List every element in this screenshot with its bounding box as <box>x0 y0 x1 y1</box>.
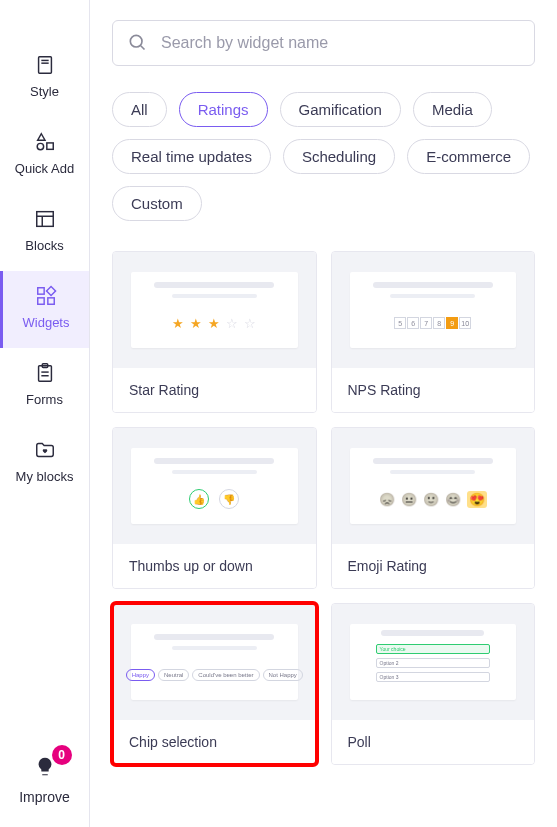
sidebar-item-label: My blocks <box>16 469 74 484</box>
emoji-icon: 😍 <box>467 491 487 508</box>
star-icon: ★ <box>190 316 202 331</box>
widget-preview: Your choice Option 2 Option 3 <box>332 604 535 720</box>
sidebar-item-label: Widgets <box>23 315 70 330</box>
widgets-icon <box>35 285 57 307</box>
sidebar-item-label: Forms <box>26 392 63 407</box>
layout-icon <box>34 208 56 230</box>
svg-line-18 <box>141 45 145 49</box>
improve-button[interactable]: 0 Improve <box>0 755 89 827</box>
preview-poll-option: Option 2 <box>376 658 490 668</box>
preview-chip: Happy <box>126 669 155 681</box>
shapes-icon <box>34 131 56 153</box>
widget-label: Poll <box>332 720 535 764</box>
widget-preview: ★ ★ ★ ☆ ☆ <box>113 252 316 368</box>
search-field[interactable] <box>112 20 535 66</box>
widget-card-emoji-rating[interactable]: 😞 😐 🙂 😊 😍 Emoji Rating <box>331 427 536 589</box>
preview-poll-option: Option 3 <box>376 672 490 682</box>
filter-custom[interactable]: Custom <box>112 186 202 221</box>
sidebar: Style Quick Add Blocks Widgets Forms <box>0 0 90 827</box>
sidebar-item-my-blocks[interactable]: My blocks <box>0 425 89 502</box>
svg-point-17 <box>130 35 142 47</box>
folder-heart-icon <box>34 439 56 461</box>
star-icon: ★ <box>172 316 184 331</box>
widget-card-poll[interactable]: Your choice Option 2 Option 3 Poll <box>331 603 536 765</box>
widget-grid: ★ ★ ★ ☆ ☆ Star Rating <box>112 251 535 765</box>
svg-rect-12 <box>47 286 56 295</box>
filter-real-time-updates[interactable]: Real time updates <box>112 139 271 174</box>
filter-ecommerce[interactable]: E-commerce <box>407 139 530 174</box>
emoji-icon: 😊 <box>445 492 461 507</box>
filter-media[interactable]: Media <box>413 92 492 127</box>
emoji-icon: 🙂 <box>423 492 439 507</box>
svg-marker-3 <box>37 134 44 140</box>
widget-label: Emoji Rating <box>332 544 535 588</box>
emoji-icon: 😐 <box>401 492 417 507</box>
style-icon <box>34 54 56 76</box>
svg-rect-9 <box>38 288 44 294</box>
sidebar-item-widgets[interactable]: Widgets <box>0 271 89 348</box>
widget-card-star-rating[interactable]: ★ ★ ★ ☆ ☆ Star Rating <box>112 251 317 413</box>
sidebar-item-label: Style <box>30 84 59 99</box>
sidebar-item-label: Quick Add <box>15 161 74 176</box>
widget-label: Thumbs up or down <box>113 544 316 588</box>
improve-label: Improve <box>19 789 70 805</box>
preview-poll-option: Your choice <box>376 644 490 654</box>
preview-chip: Could've been better <box>192 669 259 681</box>
widget-preview: 👍 👎 <box>113 428 316 544</box>
filter-all[interactable]: All <box>112 92 167 127</box>
filter-scheduling[interactable]: Scheduling <box>283 139 395 174</box>
sidebar-item-blocks[interactable]: Blocks <box>0 194 89 271</box>
improve-badge: 0 <box>52 745 72 765</box>
svg-rect-4 <box>46 143 52 149</box>
sidebar-item-forms[interactable]: Forms <box>0 348 89 425</box>
svg-rect-10 <box>38 298 44 304</box>
widget-card-chip-selection[interactable]: Happy Neutral Could've been better Not H… <box>112 603 317 765</box>
preview-chip: Neutral <box>158 669 189 681</box>
filter-ratings[interactable]: Ratings <box>179 92 268 127</box>
clipboard-icon <box>34 362 56 384</box>
widget-label: NPS Rating <box>332 368 535 412</box>
widget-preview: 😞 😐 🙂 😊 😍 <box>332 428 535 544</box>
star-icon: ★ <box>208 316 220 331</box>
widget-label: Star Rating <box>113 368 316 412</box>
sidebar-item-quick-add[interactable]: Quick Add <box>0 117 89 194</box>
sidebar-item-style[interactable]: Style <box>0 40 89 117</box>
thumbs-down-icon: 👎 <box>219 489 239 509</box>
svg-point-5 <box>37 143 43 149</box>
main-panel: All Ratings Gamification Media Real time… <box>90 0 557 827</box>
widget-card-nps-rating[interactable]: 567 8910 NPS Rating <box>331 251 536 413</box>
emoji-icon: 😞 <box>379 492 395 507</box>
filter-chips: All Ratings Gamification Media Real time… <box>112 92 535 221</box>
svg-rect-11 <box>48 298 54 304</box>
star-empty-icon: ☆ <box>244 316 256 331</box>
sidebar-item-label: Blocks <box>25 238 63 253</box>
star-empty-icon: ☆ <box>226 316 238 331</box>
widget-preview: Happy Neutral Could've been better Not H… <box>113 604 316 720</box>
filter-gamification[interactable]: Gamification <box>280 92 401 127</box>
search-input[interactable] <box>161 34 520 52</box>
svg-rect-0 <box>38 57 51 74</box>
widget-card-thumbs[interactable]: 👍 👎 Thumbs up or down <box>112 427 317 589</box>
search-icon <box>127 32 147 55</box>
widget-preview: 567 8910 <box>332 252 535 368</box>
thumbs-up-icon: 👍 <box>189 489 209 509</box>
svg-rect-6 <box>36 212 53 227</box>
widget-label: Chip selection <box>113 720 316 764</box>
preview-chip: Not Happy <box>263 669 303 681</box>
